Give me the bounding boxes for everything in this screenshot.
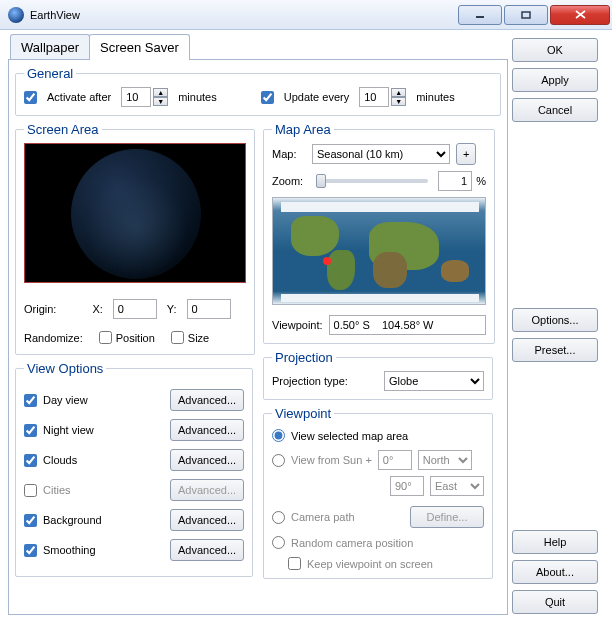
advanced-button[interactable]: Advanced... (170, 509, 244, 531)
svg-rect-1 (522, 12, 530, 18)
advanced-button[interactable]: Advanced... (170, 479, 244, 501)
viewoption-checkbox[interactable] (24, 454, 37, 467)
origin-x-label: X: (92, 303, 102, 315)
app-title: EarthView (30, 9, 80, 21)
activate-after-label: Activate after (47, 91, 111, 103)
projection-type-label: Projection type: (272, 375, 348, 387)
randomize-size-label: Size (188, 332, 209, 344)
viewoption-label: Smoothing (43, 544, 96, 556)
viewpoint-marker-icon (323, 257, 331, 265)
preset-button[interactable]: Preset... (512, 338, 598, 362)
randomize-label: Randomize: (24, 332, 83, 344)
zoom-units: % (476, 175, 486, 187)
define-button[interactable]: Define... (410, 506, 484, 528)
update-every-checkbox[interactable] (261, 91, 274, 104)
tab-wallpaper[interactable]: Wallpaper (10, 34, 90, 60)
options-button[interactable]: Options... (512, 308, 598, 332)
apply-button[interactable]: Apply (512, 68, 598, 92)
sun-lon-dir[interactable]: East (430, 476, 484, 496)
origin-y-value[interactable] (187, 299, 231, 319)
help-button[interactable]: Help (512, 530, 598, 554)
origin-y-label: Y: (167, 303, 177, 315)
maximize-button[interactable] (504, 5, 548, 25)
viewpoint-camera-label: Camera path (291, 511, 355, 523)
viewpoint-random-label: Random camera position (291, 537, 413, 549)
update-every-units: minutes (416, 91, 455, 103)
viewoption-checkbox[interactable] (24, 514, 37, 527)
origin-x-value[interactable] (113, 299, 157, 319)
viewpoint-selected-radio[interactable] (272, 429, 285, 442)
viewoption-checkbox[interactable] (24, 394, 37, 407)
general-legend: General (24, 66, 76, 81)
viewpoint-selected-label: View selected map area (291, 430, 408, 442)
randomize-position-label: Position (116, 332, 155, 344)
spin-up-icon[interactable]: ▲ (391, 88, 406, 97)
viewoption-label: Day view (43, 394, 88, 406)
viewpoint-legend: Viewpoint (272, 406, 334, 421)
update-every-value[interactable] (359, 87, 389, 107)
viewoption-label: Night view (43, 424, 94, 436)
sun-lon-value[interactable] (390, 476, 424, 496)
spin-down-icon[interactable]: ▼ (391, 97, 406, 106)
viewpoint-value[interactable] (329, 315, 486, 335)
viewoption-label: Cities (43, 484, 71, 496)
map-area-legend: Map Area (272, 122, 334, 137)
titlebar: EarthView (0, 0, 612, 30)
general-group: General Activate after ▲▼ minutes Update… (15, 66, 501, 116)
view-options-legend: View Options (24, 361, 106, 376)
advanced-button[interactable]: Advanced... (170, 539, 244, 561)
activate-after-value[interactable] (121, 87, 151, 107)
zoom-value[interactable] (438, 171, 472, 191)
keep-viewpoint-checkbox[interactable] (288, 557, 301, 570)
randomize-position-checkbox[interactable] (99, 331, 112, 344)
projection-group: Projection Projection type: Globe (263, 350, 493, 400)
close-button[interactable] (550, 5, 610, 25)
viewpoint-group: Viewpoint View selected map area View fr… (263, 406, 493, 579)
ok-button[interactable]: OK (512, 38, 598, 62)
viewpoint-random-radio[interactable] (272, 536, 285, 549)
viewoption-checkbox[interactable] (24, 424, 37, 437)
sun-lat-dir[interactable]: North (418, 450, 472, 470)
projection-legend: Projection (272, 350, 336, 365)
advanced-button[interactable]: Advanced... (170, 449, 244, 471)
map-area-group: Map Area Map: Seasonal (10 km) + Zoom: % (263, 122, 495, 344)
world-map[interactable] (272, 197, 486, 305)
sun-lat-value[interactable] (378, 450, 412, 470)
app-icon (8, 7, 24, 23)
screen-area-legend: Screen Area (24, 122, 102, 137)
screen-area-group: Screen Area Origin: X: Y: (15, 122, 255, 355)
advanced-button[interactable]: Advanced... (170, 419, 244, 441)
advanced-button[interactable]: Advanced... (170, 389, 244, 411)
tab-screensaver[interactable]: Screen Saver (89, 34, 190, 60)
map-label: Map: (272, 148, 306, 160)
projection-type-select[interactable]: Globe (384, 371, 484, 391)
screen-area-preview (24, 143, 246, 283)
map-add-button[interactable]: + (456, 143, 476, 165)
zoom-label: Zoom: (272, 175, 306, 187)
viewpoint-sun-label: View from Sun + (291, 454, 372, 466)
activate-after-checkbox[interactable] (24, 91, 37, 104)
activate-after-units: minutes (178, 91, 217, 103)
viewoption-checkbox[interactable] (24, 484, 37, 497)
viewpoint-camera-radio[interactable] (272, 511, 285, 524)
origin-label: Origin: (24, 303, 56, 315)
spin-down-icon[interactable]: ▼ (153, 97, 168, 106)
viewoption-label: Background (43, 514, 102, 526)
spin-up-icon[interactable]: ▲ (153, 88, 168, 97)
slider-thumb[interactable] (316, 174, 326, 188)
viewpoint-label: Viewpoint: (272, 319, 323, 331)
randomize-size-checkbox[interactable] (171, 331, 184, 344)
zoom-slider[interactable] (316, 179, 428, 183)
earth-globe-graphic (71, 149, 201, 279)
cancel-button[interactable]: Cancel (512, 98, 598, 122)
minimize-button[interactable] (458, 5, 502, 25)
viewpoint-sun-radio[interactable] (272, 454, 285, 467)
about-button[interactable]: About... (512, 560, 598, 584)
viewoption-checkbox[interactable] (24, 544, 37, 557)
view-options-group: View Options Day viewAdvanced...Night vi… (15, 361, 253, 577)
map-select[interactable]: Seasonal (10 km) (312, 144, 450, 164)
keep-viewpoint-label: Keep viewpoint on screen (307, 558, 433, 570)
viewoption-label: Clouds (43, 454, 77, 466)
quit-button[interactable]: Quit (512, 590, 598, 614)
update-every-label: Update every (284, 91, 349, 103)
